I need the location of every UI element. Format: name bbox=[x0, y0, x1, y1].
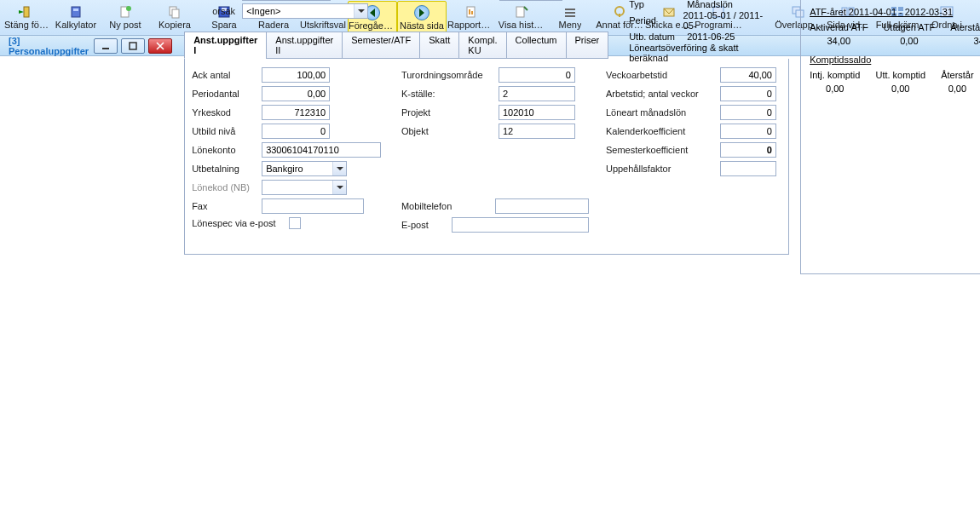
fax-input[interactable] bbox=[262, 198, 364, 214]
projekt-input[interactable] bbox=[499, 105, 575, 120]
utbild-input[interactable] bbox=[262, 124, 330, 139]
lonespec-check[interactable] bbox=[289, 217, 301, 229]
komp-header: Komptidssaldo bbox=[810, 55, 980, 65]
tab-collectum[interactable]: Collectum bbox=[506, 32, 567, 59]
orsak-label: orsak bbox=[184, 6, 239, 16]
maximize-button[interactable] bbox=[121, 38, 145, 54]
form-panel: Anst nr Personnr Lönetyp 4 veckor Eftern… bbox=[177, 0, 603, 282]
objekt-label: Objekt bbox=[401, 126, 495, 136]
tb-close-window[interactable]: Stäng fö… bbox=[2, 1, 51, 35]
status-panel: Status per 2011-07-04 Semesteråret 2011-… bbox=[795, 0, 980, 282]
utbild-label: Utbild nivå bbox=[192, 126, 258, 136]
mobil-input[interactable] bbox=[495, 198, 589, 214]
lonekod-dropdown[interactable] bbox=[262, 180, 347, 195]
tb-new[interactable]: Ny post bbox=[101, 1, 150, 35]
utbetal-label: Utbetalning bbox=[192, 164, 258, 174]
svg-rect-37 bbox=[130, 43, 136, 49]
tab-anst2[interactable]: Anst.uppgifter II bbox=[266, 32, 343, 59]
mobil-label: Mobiltelefon bbox=[401, 201, 492, 211]
utbetal-dropdown[interactable]: Bankgiro bbox=[262, 161, 347, 176]
svg-rect-36 bbox=[102, 48, 109, 49]
tb-calculator[interactable]: Kalkylator bbox=[51, 1, 101, 35]
tab-komplku[interactable]: Kompl. KU bbox=[458, 32, 506, 59]
atf-header: ATF-året 2011-04-01 - 2012-03-31 bbox=[810, 7, 980, 17]
uppsag-date[interactable]: 0000-00-00 bbox=[242, 0, 331, 1]
objekt-input[interactable] bbox=[499, 124, 575, 139]
period-label: Periodantal bbox=[192, 89, 258, 99]
ack-label: Ack antal bbox=[192, 70, 258, 80]
epost-input[interactable] bbox=[452, 217, 589, 233]
lone-panel: Löneperiod201106 FLÖ Öppen TypMånadslön … bbox=[605, 0, 793, 67]
fax-label: Fax bbox=[192, 201, 258, 211]
tab-skatt[interactable]: Skatt bbox=[419, 32, 459, 59]
tabstrip: Anst.uppgifter I Anst.uppgifter II Semes… bbox=[184, 32, 597, 59]
lonekonto-input[interactable] bbox=[262, 142, 381, 158]
minimize-button[interactable] bbox=[94, 38, 118, 54]
lonekod-label: Lönekod (NB) bbox=[192, 182, 258, 193]
turomr-label: Turordningsområde bbox=[401, 70, 495, 80]
tab-priser[interactable]: Priser bbox=[566, 32, 609, 59]
yrkes-input[interactable] bbox=[262, 105, 330, 120]
yrkes-label: Yrkeskod bbox=[192, 107, 258, 118]
period-input[interactable] bbox=[262, 86, 330, 101]
projekt-label: Projekt bbox=[401, 107, 495, 118]
svg-rect-2 bbox=[73, 9, 78, 11]
kstalle-input[interactable] bbox=[499, 86, 575, 101]
lonekonto-label: Lönekonto bbox=[192, 145, 258, 155]
tree-panel: − 501 +Anteckningar+Dokument+Lönefördeln… bbox=[603, 0, 795, 282]
turomr-input[interactable] bbox=[499, 67, 575, 83]
tab-anst1[interactable]: Anst.uppgifter I bbox=[184, 32, 267, 59]
epost-label: E-post bbox=[401, 220, 448, 230]
window-bar: [3] Personaluppgifter Anst nr Personnr L… bbox=[0, 36, 980, 56]
svg-rect-1 bbox=[72, 7, 80, 17]
tab-semester[interactable]: Semester/ATF bbox=[342, 32, 420, 59]
av-input bbox=[499, 0, 562, 1]
ack-input[interactable] bbox=[262, 67, 330, 83]
orsak-dropdown[interactable]: <Ingen> bbox=[242, 3, 368, 19]
lonespec-label: Lönespec via e-post bbox=[192, 218, 285, 228]
close-button[interactable] bbox=[148, 38, 172, 54]
kstalle-label: K-ställe: bbox=[401, 89, 495, 99]
window-title: [3] Personaluppgifter bbox=[9, 36, 89, 56]
svg-point-4 bbox=[126, 6, 131, 11]
svg-rect-0 bbox=[24, 7, 29, 17]
